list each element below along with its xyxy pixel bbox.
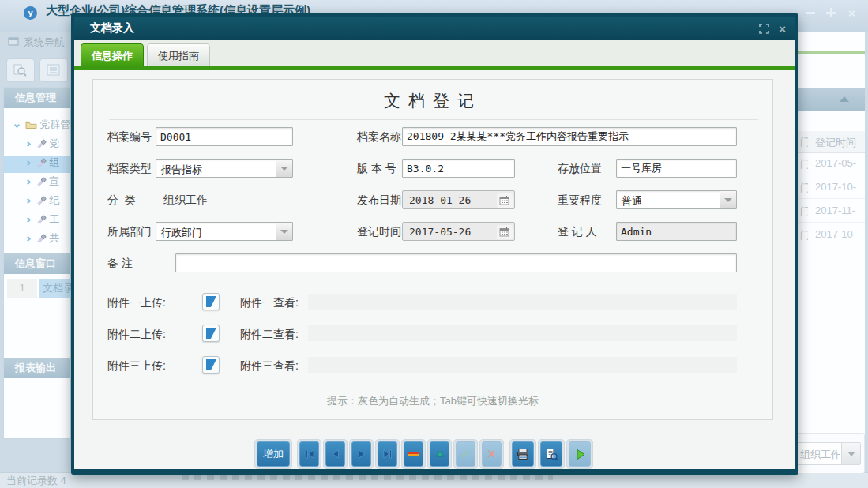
department-label: 所属部门	[107, 222, 152, 241]
attachment1-upload-button[interactable]	[202, 293, 220, 310]
add-button[interactable]: 增加	[257, 441, 290, 467]
location-input[interactable]	[616, 159, 737, 178]
edit-record-button[interactable]	[430, 441, 449, 467]
attachment2-upload-button[interactable]	[202, 325, 220, 342]
panel-header-report-output[interactable]: 报表输出	[4, 358, 70, 378]
bg-minimize-button[interactable]	[806, 6, 815, 14]
publish-date-input[interactable]: 2018-01-26	[402, 190, 515, 209]
attachment1-view-strip[interactable]	[308, 294, 737, 310]
first-record-bezel	[297, 439, 321, 469]
table-row[interactable]: 门 2017-10-	[798, 224, 865, 246]
register-time-value: 2017-05-26	[409, 226, 471, 238]
window-icon	[8, 36, 19, 47]
tab-user-guide[interactable]: 使用指南	[147, 43, 210, 66]
tool-icon	[36, 233, 47, 243]
tree-root-item[interactable]: 党群管	[4, 118, 70, 135]
cell-partial: 门	[800, 228, 808, 242]
info-window-item-index: 1	[7, 279, 37, 298]
last-record-button[interactable]	[378, 441, 397, 467]
remark-input[interactable]	[175, 253, 737, 272]
cell-partial: 门	[800, 181, 808, 195]
form-title: 文档登记	[93, 90, 772, 112]
tree-item[interactable]: 党	[4, 137, 70, 154]
archive-no-input[interactable]	[156, 127, 293, 146]
tree-item[interactable]: 纪	[4, 193, 70, 211]
calendar-icon[interactable]	[497, 193, 513, 208]
attachment1-upload-label: 附件一上传:	[107, 293, 166, 312]
dropdown-arrow-button[interactable]	[720, 191, 736, 208]
first-record-button[interactable]	[299, 441, 319, 467]
print-button[interactable]	[512, 441, 534, 467]
printer-icon	[517, 448, 529, 460]
filter-value: 组织工作	[800, 448, 841, 462]
dropdown-arrow-button[interactable]	[276, 160, 292, 177]
right-panel-header	[798, 88, 865, 111]
publish-date-label: 发布日期	[357, 190, 401, 209]
department-select[interactable]: 行政部门	[156, 222, 293, 241]
next-record-button[interactable]	[351, 441, 371, 467]
folder-icon	[25, 119, 37, 130]
attachment2-view-strip[interactable]	[308, 325, 737, 341]
bg-restore-button[interactable]	[826, 6, 836, 17]
list-button[interactable]	[39, 58, 68, 82]
dropdown-arrow-button[interactable]	[841, 443, 860, 464]
screen: y 大型企业(公司)综合信息管理系统(信息设置层示例) × 系统导航 信息管理 …	[0, 0, 868, 488]
attachment3-upload-label: 附件三上传:	[107, 356, 166, 375]
delete-record-button[interactable]	[404, 441, 423, 467]
column-header-register-time[interactable]: 登记时间	[815, 136, 856, 150]
collapse-up-icon[interactable]	[840, 96, 849, 102]
chevron-right-icon	[25, 141, 31, 147]
register-time-input[interactable]: 2017-05-26	[402, 222, 515, 241]
category-label: 分 类	[107, 190, 136, 209]
panel-header-info-window[interactable]: 信息窗口	[4, 253, 70, 274]
archive-name-label: 档案名称	[357, 127, 401, 146]
tool-icon	[36, 195, 47, 205]
divider	[109, 119, 758, 120]
dialog-close-button[interactable]: ×	[779, 23, 786, 35]
info-window-item-label[interactable]: 文档录	[39, 279, 72, 298]
hint-text: 提示：灰色为自动生成；Tab键可快速切换光标	[93, 394, 772, 408]
table-row[interactable]: 门 2017-05-	[798, 153, 865, 175]
search-button[interactable]	[6, 58, 35, 82]
tab-info-operations[interactable]: 信息操作	[81, 43, 144, 66]
table-row[interactable]: 门 2017-11-	[798, 201, 865, 223]
cancel-button: ×	[482, 441, 502, 467]
archive-type-select[interactable]: 报告指标	[156, 159, 293, 178]
tool-icon	[36, 157, 47, 167]
calendar-icon[interactable]	[497, 225, 513, 239]
confirm-button: ✓	[456, 441, 475, 467]
dropdown-arrow-button[interactable]	[276, 223, 292, 240]
upload-icon	[206, 359, 216, 370]
minus-icon	[408, 452, 419, 456]
archive-type-label: 档案类型	[107, 159, 152, 178]
panel-header-info-mgmt[interactable]: 信息管理	[4, 88, 70, 108]
archive-name-input[interactable]	[402, 127, 737, 146]
prev-record-bezel	[323, 439, 348, 469]
tree-item[interactable]: 工	[4, 212, 70, 230]
confirm-bezel: ✓	[453, 439, 478, 469]
department-value: 行政部门	[161, 226, 202, 240]
tree-item[interactable]: 共	[4, 231, 70, 249]
nav-tab-system[interactable]: 系统导航	[24, 36, 65, 50]
registrant-input	[616, 222, 737, 241]
table-row[interactable]: 门 2017-10-	[798, 177, 865, 199]
tree-item-label: 宣	[49, 175, 59, 187]
tree-item-label: 组	[49, 156, 59, 168]
tree-item-selected[interactable]: 组	[4, 156, 70, 173]
attachment3-view-strip[interactable]	[308, 357, 737, 373]
preview-icon	[545, 448, 558, 461]
version-input[interactable]	[402, 159, 515, 178]
column-header-partial: 门	[800, 135, 808, 149]
prev-record-button[interactable]	[325, 441, 345, 467]
info-window-area: 1 文档录	[4, 274, 70, 358]
preview-button[interactable]	[540, 441, 562, 467]
attachment3-upload-button[interactable]	[202, 356, 220, 374]
importance-select[interactable]: 普通	[616, 190, 737, 209]
chevron-down-icon	[847, 452, 855, 456]
tree-item[interactable]: 宣	[4, 175, 70, 192]
divider	[798, 51, 865, 54]
dialog-maximize-button[interactable]	[759, 24, 769, 34]
registrant-label: 登 记 人	[558, 222, 597, 241]
run-bezel	[566, 439, 593, 469]
bg-close-button[interactable]: ×	[848, 7, 855, 20]
